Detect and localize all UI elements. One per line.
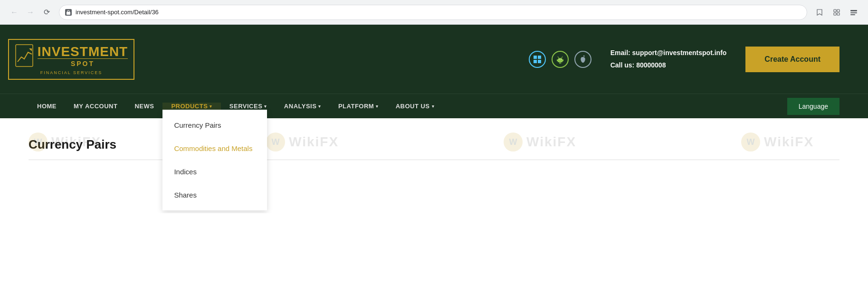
dropdown-shares[interactable]: Shares (162, 183, 267, 207)
svg-line-19 (562, 57, 563, 58)
nav-link-myaccount[interactable]: MY ACCOUNT (65, 103, 126, 110)
dropdown-indices[interactable]: Indices (162, 160, 267, 183)
refresh-button[interactable]: ⟳ (40, 6, 53, 19)
nav-link-home[interactable]: HOME (29, 103, 65, 110)
svg-rect-17 (560, 62, 561, 64)
logo-text-investment: INVESTMENT (38, 45, 128, 58)
svg-point-21 (561, 59, 562, 60)
language-button[interactable]: Language (787, 98, 839, 115)
apple-icon[interactable] (574, 51, 591, 68)
aboutus-label: ABOUT US (396, 103, 430, 110)
main-content: W WikiFX W WikiFX W WikiFX W WikiFX Curr… (0, 118, 868, 213)
svg-rect-6 (850, 12, 857, 13)
analysis-chevron: ▾ (318, 104, 321, 109)
svg-rect-1 (834, 9, 836, 12)
email-line: Email: support@investmentspot.info (610, 47, 727, 59)
site-header: INVESTMENT SPOT FINANCIAL SERVICES (0, 25, 868, 94)
phone-value: 80000008 (636, 61, 666, 69)
site-nav: HOME MY ACCOUNT NEWS PRODUCTS ▾ Currency… (0, 94, 868, 118)
browser-actions (813, 6, 860, 19)
back-button[interactable]: ← (8, 6, 21, 19)
logo-chart-icon (15, 44, 34, 67)
svg-rect-8 (16, 45, 33, 66)
bookmark-button[interactable] (813, 6, 826, 19)
windows-icon[interactable] (529, 51, 546, 68)
android-icon[interactable] (552, 51, 569, 68)
svg-rect-2 (837, 9, 839, 12)
address-bar[interactable]: investment-spot.com/Detail/36 (59, 5, 807, 20)
header-right: Email: support@investmentspot.info Call … (529, 47, 839, 72)
nav-link-services[interactable]: SERVICES ▾ (221, 103, 276, 110)
svg-marker-9 (29, 48, 32, 51)
products-chevron: ▾ (210, 104, 212, 109)
dropdown-commodities-metals[interactable]: Commodities and Metals (162, 137, 267, 160)
profile-button[interactable] (847, 6, 860, 19)
svg-rect-10 (534, 56, 537, 59)
phone-line: Call us: 80000008 (610, 59, 727, 71)
svg-rect-4 (837, 13, 839, 15)
platform-chevron: ▾ (376, 104, 379, 109)
nav-item-aboutus: ABOUT US ▾ (387, 103, 443, 110)
logo-area: INVESTMENT SPOT FINANCIAL SERVICES (29, 36, 114, 83)
svg-point-20 (559, 59, 560, 60)
platform-icons (529, 51, 591, 68)
analysis-label: ANALYSIS (284, 103, 317, 110)
site-security-icon (65, 9, 72, 16)
aboutus-chevron: ▾ (432, 104, 435, 109)
platform-label: PLATFORM (338, 103, 374, 110)
svg-rect-7 (850, 14, 855, 15)
wikifx-watermarks: W WikiFX W WikiFX W WikiFX W WikiFX (0, 118, 868, 213)
nav-item-myaccount: MY ACCOUNT (65, 103, 126, 110)
nav-link-products[interactable]: PRODUCTS ▾ (162, 103, 220, 110)
url-text: investment-spot.com/Detail/36 (76, 9, 159, 16)
logo-border: INVESTMENT SPOT FINANCIAL SERVICES (8, 39, 134, 80)
nav-item-home: HOME (29, 103, 65, 110)
nav-item-products: PRODUCTS ▾ Currency Pairs Commodities an… (162, 103, 220, 110)
email-value: support@investmentspot.info (632, 49, 727, 57)
svg-rect-15 (563, 59, 563, 61)
nav-item-services: SERVICES ▾ (221, 103, 276, 110)
page-title: Currency Pairs (29, 137, 839, 152)
browser-nav-buttons: ← → ⟳ (8, 6, 53, 19)
logo-tagline: FINANCIAL SERVICES (15, 70, 128, 75)
services-chevron: ▾ (264, 104, 267, 109)
svg-rect-11 (538, 56, 541, 59)
nav-item-platform: PLATFORM ▾ (330, 103, 387, 110)
phone-label: Call us: (610, 61, 635, 69)
email-label: Email: (610, 49, 630, 57)
svg-line-18 (558, 57, 559, 58)
svg-rect-3 (834, 13, 836, 15)
nav-link-platform[interactable]: PLATFORM ▾ (330, 103, 387, 110)
dropdown-currency-pairs[interactable]: Currency Pairs (162, 114, 267, 137)
products-label: PRODUCTS (171, 103, 208, 110)
logo-box: INVESTMENT SPOT FINANCIAL SERVICES (29, 36, 114, 83)
forward-button[interactable]: → (24, 6, 37, 19)
nav-item-news: NEWS (126, 103, 162, 110)
create-account-button[interactable]: Create Account (745, 47, 839, 72)
svg-rect-5 (850, 10, 857, 11)
svg-rect-0 (67, 12, 70, 15)
extensions-button[interactable] (830, 6, 843, 19)
svg-rect-16 (559, 62, 560, 64)
content-divider (29, 160, 839, 160)
nav-item-analysis: ANALYSIS ▾ (276, 103, 330, 110)
nav-menu: HOME MY ACCOUNT NEWS PRODUCTS ▾ Currency… (29, 103, 443, 110)
nav-link-news[interactable]: NEWS (126, 103, 162, 110)
logo-text-spot: SPOT (38, 58, 128, 67)
svg-rect-12 (534, 60, 537, 63)
main-nav: HOME MY ACCOUNT NEWS PRODUCTS ▾ Currency… (29, 103, 443, 110)
nav-link-analysis[interactable]: ANALYSIS ▾ (276, 103, 330, 110)
services-label: SERVICES (229, 103, 263, 110)
svg-rect-13 (538, 60, 541, 63)
browser-chrome: ← → ⟳ investment-spot.com/Detail/36 (0, 0, 868, 25)
nav-link-aboutus[interactable]: ABOUT US ▾ (387, 103, 443, 110)
svg-rect-14 (557, 59, 558, 61)
header-contact: Email: support@investmentspot.info Call … (610, 47, 727, 71)
products-dropdown: Currency Pairs Commodities and Metals In… (162, 110, 267, 210)
